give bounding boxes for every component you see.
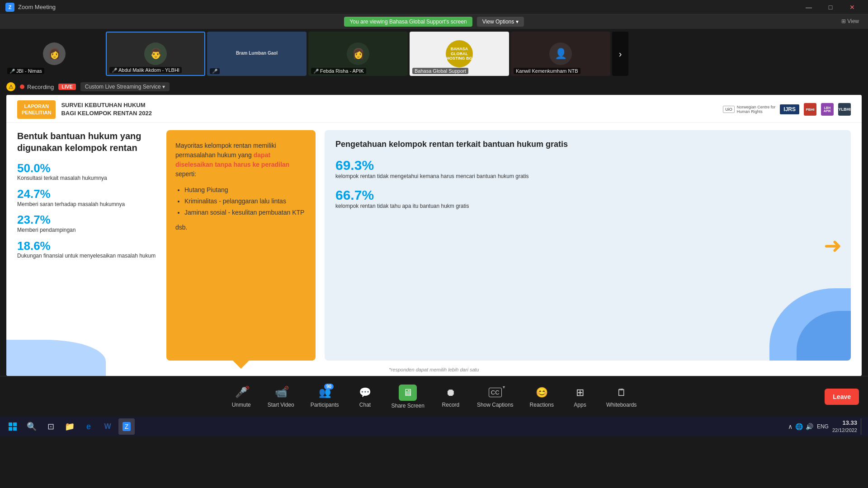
record-button[interactable]: ⏺ Record [433,382,469,412]
unmute-button[interactable]: 🎤 ⊘ Unmute [223,382,259,412]
reactions-icon: 😊 [534,385,549,400]
slide-logo-right: UiO Norwegian Centre forHuman Rights IJR… [723,101,851,117]
start-video-button[interactable]: 📹 ⊘ Start Video [259,382,302,412]
leave-button[interactable]: Leave [825,389,859,405]
svg-rect-3 [13,427,17,431]
bottom-toolbar: 🎤 ⊘ Unmute 📹 ⊘ Start Video 👥 90 Particip… [0,376,868,417]
recording-bar: ⚠ Recording LIVE Custom Live Streaming S… [0,79,868,95]
stat-item-3: 23.7% Memberi pendampingan [17,213,157,234]
participant-tile[interactable]: 👩 🎤 Febda Risha - APIK [308,32,408,76]
participants-strip: 👩 🎤 JBI - Nimas 👨 🎤 Abdul Malik Akdom - … [0,29,868,79]
participants-icon: 👥 90 [317,385,332,400]
word-button[interactable]: W [99,418,116,435]
pbhi-logo: PBHI [804,103,816,116]
chat-button[interactable]: 💬 Chat [347,382,383,412]
svg-rect-1 [13,422,17,426]
volume-icon: 🔊 [806,423,813,430]
reactions-label: Reactions [530,402,554,408]
maximize-button[interactable]: □ [820,0,841,14]
show-desktop-button[interactable] [861,418,863,435]
notification-bar: You are viewing Bahasa Global Support's … [0,14,868,29]
participants-label: Participants [311,402,339,408]
center-text: Mayoritas kelompok rentan memiliki perma… [175,141,307,179]
apik-logo: LBHAPIK [821,103,834,116]
system-clock: 13.33 22/12/2022 [832,419,857,433]
recording-badge: Recording [20,84,54,90]
svg-rect-0 [9,422,12,426]
unmute-label: Unmute [232,402,251,408]
apps-label: Apps [574,402,586,408]
slide-center: Mayoritas kelompok rentan memiliki perma… [166,130,316,361]
stat-right-1: 69.3% kelompok rentan tidak mengetahui k… [335,158,840,180]
chat-label: Chat [359,402,371,408]
participant-name: 🎤 Febda Risha - APIK [311,68,366,74]
titlebar-controls: — □ ✕ [798,0,863,14]
participant-tile[interactable]: 👤 Kanwil Kemenkumham NTB [511,32,610,76]
start-video-label: Start Video [268,402,294,408]
share-screen-button[interactable]: 🖥 Share Screen [383,381,433,413]
stat-right-2: 66.7% kelompok rentan tidak tahu apa itu… [335,188,840,210]
whiteboards-button[interactable]: 🗒 Whiteboards [598,382,645,412]
slide-left: Bentuk bantuan hukum yang digunakan kelo… [17,130,157,361]
orange-arrow-icon: ➜ [824,233,842,258]
view-options-button[interactable]: View Options ▾ [477,17,524,27]
search-button[interactable]: 🔍 [24,418,40,435]
share-screen-label: Share Screen [392,403,425,409]
slide-right-title: Pengetahuan kelompok rentan terkait bant… [335,139,840,150]
slide-body: Bentuk bantuan hukum yang digunakan kelo… [6,123,862,365]
streaming-service-button[interactable]: Custom Live Streaming Service ▾ [80,82,170,91]
next-participants-button[interactable]: › [612,32,628,76]
windows-start-button[interactable] [5,418,21,435]
record-label: Record [442,402,460,408]
titlebar-left: Z Zoom Meeting [5,3,56,12]
ijrs-logo: IJRS [780,104,799,114]
minimize-button[interactable]: — [798,0,819,14]
captions-button[interactable]: CC ▾ Show Captions [469,382,522,412]
survei-text: SURVEI KEBUTUHAN HUKUM BAGI KELOMPOK REN… [61,101,152,117]
participants-button[interactable]: 👥 90 Participants [302,382,347,412]
chat-icon: 💬 [358,385,373,400]
ylbhi-logo: YLBHI [838,103,851,116]
apps-button[interactable]: ⊞ Apps [562,382,598,412]
apps-icon: ⊞ [573,385,587,400]
tray-arrow[interactable]: ∧ [788,423,793,430]
participant-tile[interactable]: 👨 🎤 Abdul Malik Akdom - YLBHI [106,32,205,76]
whiteboards-label: Whiteboards [606,402,637,408]
warning-icon: ⚠ [6,82,15,91]
captions-icon: CC ▾ [488,385,502,400]
video-icon: 📹 ⊘ [274,385,288,400]
participant-name: 🎤 Abdul Malik Akdom - YLBHI [109,67,182,73]
view-label[interactable]: ⊞ View [841,18,859,24]
participant-tile-bram[interactable]: Bram Lumban Gaol 🎤 [207,32,307,76]
slide-footnote: *responden dapat memilih lebih dari satu [6,365,862,376]
participant-name: 🎤 [210,68,220,74]
window-title: Zoom Meeting [18,4,56,10]
record-icon: ⏺ [443,385,458,400]
svg-rect-2 [9,427,12,431]
unmute-icon: 🎤 ⊘ [234,385,249,400]
reactions-button[interactable]: 😊 Reactions [522,382,562,412]
center-bullets: Hutang Piutang Kriminalitas - pelanggara… [175,184,307,219]
captions-label: Show Captions [477,402,514,408]
zoom-taskbar-button[interactable]: Z [118,418,135,435]
stat-item-2: 24.7% Memberi saran terhadap masalah huk… [17,188,157,208]
participant-tile-logo[interactable]: BAHASAGLOBALHOSTING BG Bahasa Global Sup… [410,32,509,76]
edge-browser-button[interactable]: e [80,418,97,435]
stat-item-1: 50.0% Konsultasi terkait masalah hukumny… [17,162,157,182]
notification-message: You are viewing Bahasa Global Support's … [344,17,472,27]
task-view-button[interactable]: ⊡ [42,418,59,435]
participant-tile[interactable]: 👩 🎤 JBI - Nimas [5,32,104,76]
language-indicator: ENG [817,423,829,430]
stat-item-4: 18.6% Dukungan finansial untuk menyelesa… [17,239,157,260]
laporan-box: LAPORAN PENELITIAN [17,100,56,119]
close-button[interactable]: ✕ [842,0,863,14]
live-badge: LIVE [58,84,75,90]
taskbar-left: 🔍 ⊡ 📁 e W Z [5,418,135,435]
slide-area: LAPORAN PENELITIAN SURVEI KEBUTUHAN HUKU… [6,95,862,376]
title-bar: Z Zoom Meeting — □ ✕ [0,0,868,14]
whiteboards-icon: 🗒 [614,385,629,400]
participant-name: 🎤 JBI - Nimas [7,68,44,74]
recording-dot [20,84,24,89]
file-explorer-button[interactable]: 📁 [61,418,78,435]
participant-name: Kanwil Kemenkumham NTB [514,68,580,74]
